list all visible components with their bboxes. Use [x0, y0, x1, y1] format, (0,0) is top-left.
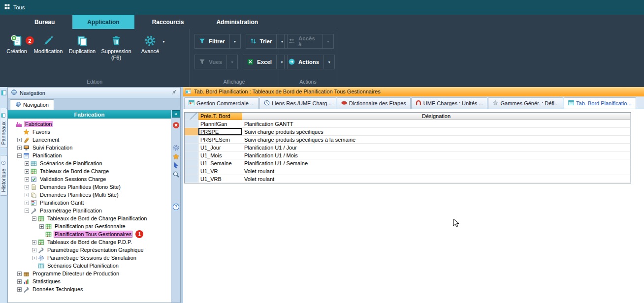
tree-item-planification-gantt[interactable]: +Planification Gantt	[8, 199, 171, 207]
cell-pres-t-bord[interactable]: U1_VRB	[198, 175, 242, 183]
ribbon-tab-application[interactable]: Application	[72, 15, 134, 29]
ribbon-tab-bureau[interactable]: Bureau	[20, 15, 69, 29]
magnifier-icon[interactable]	[172, 171, 180, 178]
filtrer-button[interactable]: Filtrer▼	[194, 34, 241, 49]
tree-item-suivi-fabrication[interactable]: +Suivi Fabrication	[8, 144, 171, 152]
duplication-button[interactable]: Duplication	[66, 32, 98, 55]
expander-plus-icon[interactable]: +	[32, 248, 36, 252]
cell-pres-t-bord[interactable]: PlannifGan	[198, 120, 242, 128]
row-indicator[interactable]	[185, 120, 198, 128]
expander-plus-icon[interactable]: +	[25, 161, 29, 166]
tab-navigation[interactable]: Navigation	[10, 99, 54, 110]
column-header-pres-t-bord[interactable]: Prés.T. Bord	[198, 113, 242, 120]
expander-plus-icon[interactable]: +	[17, 138, 22, 142]
panel-toggle-icon[interactable]	[1, 89, 7, 98]
expander-plus-icon[interactable]: +	[32, 256, 36, 260]
tree-item-demandes-planifiees-multi-site[interactable]: +Demandes Planifiées (Multi Site)	[8, 191, 171, 199]
expander-plus-icon[interactable]: +	[25, 169, 29, 174]
ribbon-tab-raccourcis[interactable]: Raccourcis	[137, 15, 199, 29]
pin-icon[interactable]	[171, 89, 177, 97]
tree-item-planification-par-gestionnaire[interactable]: +Planification par Gestionnaire	[8, 222, 171, 230]
help-icon[interactable]: ?	[172, 203, 180, 211]
close-red-icon[interactable]	[172, 121, 180, 129]
table-row[interactable]: U1_SemainePlanification U1 / Semaine	[185, 159, 631, 167]
tree-item-lancement[interactable]: +Lancement	[8, 136, 171, 144]
row-indicator[interactable]	[185, 128, 198, 136]
tree-item-programme-directeur-de-production[interactable]: +Programme Directeur de Production	[8, 270, 171, 277]
tree-item-favoris[interactable]: Favoris	[8, 128, 171, 136]
tree-item-scenarios-de-planification[interactable]: +Scénarios de Planification	[8, 159, 171, 167]
modification-button[interactable]: Modification	[32, 32, 64, 55]
cell-pres-t-bord[interactable]: PRSPESem	[198, 136, 242, 144]
tree-item-scenarios-calcul-planification[interactable]: Scénarios Calcul Planification	[8, 262, 171, 270]
tree-item-demandes-planifiees-mono-site[interactable]: +Demandes Planifiées (Mono Site)	[8, 183, 171, 191]
tree-item-planification[interactable]: −Planification	[8, 152, 171, 159]
table-row[interactable]: U1_VRBVolet roulant	[185, 175, 631, 183]
document-tab-ume-charges-unites[interactable]: UME Charges : Unités ...	[411, 97, 488, 109]
tree-item-tableaux-de-bord-de-charge-p-d-p[interactable]: +Tableaux de Bord de Charge P.D.P.	[8, 238, 171, 246]
table-row[interactable]: U1_MoisPlanification U1 / Mois	[185, 152, 631, 159]
row-indicator[interactable]	[185, 167, 198, 175]
cell-designation[interactable]: Planification U1 / Jour	[242, 144, 631, 152]
cell-designation[interactable]: Suivi charge produits spécifiques à la s…	[242, 136, 631, 144]
tree-item-tableaux-de-bord-de-charge-planification[interactable]: −Tableaux de Bord de Charge Planificatio…	[8, 214, 171, 222]
collapse-panel-button[interactable]: »	[172, 110, 180, 118]
ribbon-tab-administration[interactable]: Administration	[201, 15, 273, 29]
row-indicator[interactable]	[185, 152, 198, 159]
row-indicator[interactable]	[185, 159, 198, 167]
tree-item-parametrage-sessions-de-simulation[interactable]: +Paramétrage Sessions de Simulation	[8, 254, 171, 262]
cell-pres-t-bord[interactable]: U1_Jour	[198, 144, 242, 152]
tree-item-donnees-techniques[interactable]: +Données Techniques	[8, 285, 171, 293]
cell-designation[interactable]: Volet roulant	[242, 175, 631, 183]
row-indicator[interactable]	[185, 175, 198, 183]
tree-item-parametrage-representation-graphique[interactable]: +Paramétrage Représentation Graphique	[8, 246, 171, 254]
table-row[interactable]: PRSPESuivi charge produits spécifiques	[185, 128, 631, 136]
creation-button[interactable]: Création2	[3, 32, 31, 55]
expander-plus-icon[interactable]: +	[17, 146, 22, 150]
table-row[interactable]: PRSPESemSuivi charge produits spécifique…	[185, 136, 631, 144]
actions-button[interactable]: Actions▼	[284, 55, 335, 69]
grid-corner[interactable]	[185, 113, 198, 120]
expander-minus-icon[interactable]: −	[17, 153, 22, 158]
table-row[interactable]: U1_VRVolet roulant	[185, 167, 631, 175]
cursor-icon[interactable]	[172, 162, 180, 169]
avance-button[interactable]: Avancé▼	[134, 32, 166, 55]
expander-plus-icon[interactable]: +	[25, 193, 29, 197]
expander-plus-icon[interactable]: +	[25, 201, 29, 205]
cell-pres-t-bord[interactable]: PRSPE	[198, 128, 242, 136]
document-tab-tab-bord-planificatio[interactable]: Tab. Bord Planificatio...	[564, 97, 636, 109]
edge-tab-historique[interactable]: Historique	[0, 155, 7, 195]
document-tab-gestion-commerciale[interactable]: Gestion Commerciale ...	[184, 97, 259, 109]
suppression-button[interactable]: Suppression(F6)	[100, 32, 132, 61]
tree-item-statistiques[interactable]: +Statistiques	[8, 277, 171, 285]
expander-plus-icon[interactable]: +	[32, 240, 36, 244]
cell-designation[interactable]: Planification GANTT	[242, 120, 631, 128]
expander-plus-icon[interactable]: +	[17, 279, 22, 284]
expander-minus-icon[interactable]: −	[25, 209, 29, 213]
document-tab-dictionnaire-des-etapes[interactable]: Dictionnaire des Etapes	[337, 97, 411, 109]
expander-plus-icon[interactable]: +	[25, 177, 29, 182]
expander-plus-icon[interactable]: +	[17, 287, 22, 292]
document-tab-gammes-gener-defi[interactable]: Gammes Génér. : Défi...	[488, 97, 563, 109]
expander-minus-icon[interactable]: −	[32, 216, 36, 221]
cell-pres-t-bord[interactable]: U1_Mois	[198, 152, 242, 159]
expander-plus-icon[interactable]: +	[39, 224, 44, 229]
tree-item-validation-sessions-charge[interactable]: +Validation Sessions Charge	[8, 175, 171, 183]
row-indicator[interactable]	[185, 144, 198, 152]
cell-pres-t-bord[interactable]: U1_VR	[198, 167, 242, 175]
star-icon[interactable]	[172, 153, 180, 160]
expander-plus-icon[interactable]: +	[17, 272, 22, 276]
tools-icon[interactable]	[172, 144, 180, 152]
expander-plus-icon[interactable]: +	[25, 185, 29, 189]
cell-designation[interactable]: Suivi charge produits spécifiques	[242, 128, 631, 136]
cell-designation[interactable]: Volet roulant	[242, 167, 631, 175]
cell-designation[interactable]: Planification U1 / Mois	[242, 152, 631, 159]
tree-item-tableaux-de-bord-de-charge[interactable]: +Tableaux de Bord de Charge	[8, 167, 171, 175]
edge-tab-panneaux[interactable]: Panneaux	[0, 108, 7, 148]
table-row[interactable]: PlannifGanPlanification GANTT	[185, 120, 631, 128]
cell-designation[interactable]: Planification U1 / Semaine	[242, 159, 631, 167]
column-header-designation[interactable]: Désignation	[242, 113, 631, 120]
document-tab-liens-res-ume-charg[interactable]: Liens Res./UME Charg...	[259, 97, 336, 109]
table-row[interactable]: U1_JourPlanification U1 / Jour	[185, 144, 631, 152]
tree-item-parametrage-planification[interactable]: −Paramétrage Planification	[8, 207, 171, 214]
